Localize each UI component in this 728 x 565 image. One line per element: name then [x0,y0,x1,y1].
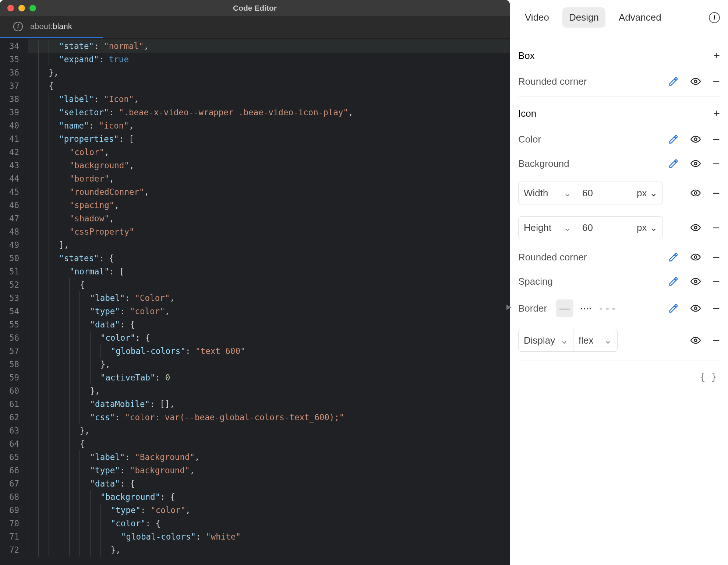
add-icon[interactable]: + [713,107,720,120]
border-style-dotted[interactable]: ···· [577,299,595,317]
width-property-select[interactable]: Width⌄ [518,182,577,204]
visibility-icon[interactable] [690,158,701,169]
chevron-down-icon: ⌄ [650,187,658,199]
edit-icon[interactable] [668,76,679,87]
visibility-icon[interactable] [690,303,701,313]
edit-icon[interactable] [668,276,679,287]
height-unit-select[interactable]: px⌄ [632,216,662,239]
window-titlebar: Code Editor [0,0,510,16]
remove-icon[interactable]: − [713,251,720,263]
chevron-down-icon: ⌄ [650,222,658,234]
section-title: Icon [518,108,536,119]
svg-point-6 [695,280,697,283]
visibility-icon[interactable] [690,188,701,198]
svg-point-4 [695,227,697,229]
visibility-icon[interactable] [690,335,701,345]
divider [518,361,720,361]
visibility-icon[interactable] [690,222,701,233]
window-minimize-button[interactable] [18,5,25,11]
svg-point-5 [695,256,697,259]
custom-css-button[interactable]: { } [518,364,720,382]
height-value-input[interactable]: 60 [577,216,632,239]
info-icon[interactable]: i [709,12,720,23]
properties-panel: Video Design Advanced i Box + Rounded co… [510,0,728,565]
site-info-icon[interactable]: i [13,22,23,31]
remove-icon[interactable]: − [713,302,720,315]
chevron-down-icon: ⌄ [563,222,572,234]
address-text: about:blank [30,22,72,31]
width-unit-select[interactable]: px⌄ [632,182,662,204]
editor-pane: Code Editor i about:blank 34353637383940… [0,0,510,565]
display-property-select[interactable]: Display⌄ [518,329,573,352]
prop-height: Height⌄ 60 px⌄ − [518,210,720,245]
border-style-solid[interactable]: — [556,299,573,317]
svg-point-8 [695,339,697,342]
svg-point-3 [695,192,697,194]
prop-spacing: Spacing − [518,269,720,294]
divider [518,96,720,97]
prop-border: Border — ···· - - - − [518,294,720,323]
window-maximize-button[interactable] [29,5,36,11]
section-title: Box [518,50,535,62]
width-value-input[interactable]: 60 [577,182,632,204]
prop-rounded-corner: Rounded corner − [518,69,720,94]
remove-icon[interactable]: − [713,75,720,88]
edit-icon[interactable] [668,252,679,262]
svg-point-0 [695,80,697,83]
add-icon[interactable]: + [713,49,720,62]
remove-icon[interactable]: − [713,133,720,145]
code-editor[interactable]: 3435363738394041424344454647484950515253… [0,38,510,565]
code-content[interactable]: "state": "normal", "expand": true }, { "… [28,38,510,565]
edit-icon[interactable] [668,158,679,169]
address-bar[interactable]: i about:blank [0,16,510,37]
remove-icon[interactable]: − [713,157,720,170]
line-number-gutter: 3435363738394041424344454647484950515253… [0,38,28,565]
visibility-icon[interactable] [690,134,701,144]
section-icon[interactable]: Icon + [518,100,720,127]
prop-width: Width⌄ 60 px⌄ − [518,176,720,210]
remove-icon[interactable]: − [713,187,720,199]
remove-icon[interactable]: − [713,275,720,288]
border-style-dashed[interactable]: - - - [598,299,616,317]
svg-point-2 [695,162,697,165]
prop-background: Background − [518,151,720,176]
tab-advanced[interactable]: Advanced [612,7,668,28]
display-value-select[interactable]: flex⌄ [573,329,618,352]
svg-point-1 [695,138,697,141]
panel-collapse-handle[interactable]: ▶ [506,300,512,313]
visibility-icon[interactable] [690,252,701,262]
panel-tabs: Video Design Advanced i [510,0,728,35]
visibility-icon[interactable] [690,76,701,87]
tab-design[interactable]: Design [562,7,605,28]
edit-icon[interactable] [668,134,679,144]
edit-icon[interactable] [668,303,679,313]
tab-video[interactable]: Video [518,7,556,28]
chevron-down-icon: ⌄ [560,335,568,346]
remove-icon[interactable]: − [713,221,720,234]
prop-rounded-corner-icon: Rounded corner − [518,245,720,269]
remove-icon[interactable]: − [713,334,720,347]
height-property-select[interactable]: Height⌄ [518,216,577,239]
chevron-down-icon: ⌄ [563,187,572,199]
chevron-down-icon: ⌄ [604,335,612,346]
prop-color: Color − [518,127,720,151]
window-close-button[interactable] [7,5,14,11]
svg-point-7 [695,307,697,310]
window-title: Code Editor [233,4,277,13]
prop-display: Display⌄ flex⌄ − [518,323,720,358]
section-box[interactable]: Box + [518,42,720,69]
visibility-icon[interactable] [690,276,701,287]
